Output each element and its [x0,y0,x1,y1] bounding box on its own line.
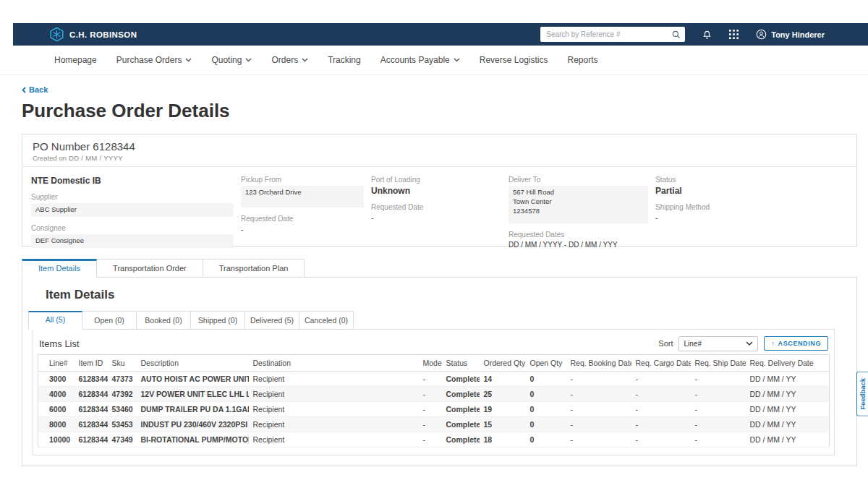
section-title: Item Details [46,288,856,302]
global-search [540,27,685,42]
pickup-from-label: Pickup From [241,176,364,184]
port-of-loading-label: Port of Loading [371,176,501,184]
search-input[interactable] [546,30,672,38]
port-of-loading-value: Unknown [371,186,501,196]
items-list-panel: Items List Sort Line# ↑ ASCENDING [33,329,835,455]
deliver-column: Deliver To 567 Hill Road Town Center 123… [509,176,655,249]
nav-item-tracking[interactable]: Tracking [328,55,361,65]
back-link[interactable]: Back [22,85,48,94]
nav-item-accounts-payable[interactable]: Accounts Payable [380,55,460,65]
nav-item-homepage[interactable]: Homepage [54,55,97,65]
table-header-row: Line# Item ID Sku Description Destinatio… [38,355,830,372]
filter-tab-shipped[interactable]: Shipped (0) [191,311,245,330]
deliver-to-value: 567 Hill Road Town Center 1234578 [509,186,648,223]
filter-tab-booked[interactable]: Booked (0) [137,311,191,330]
tab-transportation-plan[interactable]: Transportation Plan [203,259,305,278]
nav-item-quoting[interactable]: Quoting [211,55,252,65]
nav-item-orders[interactable]: Orders [271,55,308,65]
status-badge: Partial [655,186,849,196]
search-icon[interactable] [672,30,681,39]
shipping-method-value: - [655,213,849,222]
apps-grid-icon[interactable] [729,30,739,39]
requested-dates-value: DD / MM / YYYY - DD / MM / YYY [509,241,648,249]
consignee-value: DEF Consignee [31,234,234,248]
chevron-down-icon [245,58,252,62]
sort-direction-button[interactable]: ↑ ASCENDING [764,336,828,351]
chevron-down-icon [454,58,460,62]
user-avatar-icon [756,29,767,40]
sort-label: Sort [658,339,673,348]
chevron-down-icon [185,58,192,62]
chevron-left-icon [22,87,26,93]
pickup-column: Pickup From 123 Orchard Drive Requested … [241,176,371,249]
sort-select[interactable]: Line# [678,336,758,351]
port-column: Port of Loading Unknown Requested Date - [371,176,509,249]
chevron-down-icon [302,58,308,62]
supplier-label: Supplier [31,193,234,201]
table-row[interactable]: 8000 6128344 53453 INDUST PU 230/460V 23… [38,417,830,432]
chevron-down-icon [746,341,753,346]
filter-tab-canceled[interactable]: Canceled (0) [299,311,354,330]
supplier-column: NTE Domestic IB Supplier ABC Supplier Co… [31,176,241,249]
table-row[interactable]: 4000 6128344 47392 12V POWER UNIT ELEC L… [38,387,830,402]
details-section: Item Details Transportation Order Transp… [22,259,857,466]
arrow-up-icon: ↑ [771,340,775,347]
table-row[interactable]: 3000 6128344 47373 AUTO HOIST AC POWER U… [38,372,830,387]
requested-date-value: - [241,225,364,234]
deliver-to-label: Deliver To [509,176,648,184]
top-navbar: C.H. ROBINSON Tony Hinderer [13,23,868,46]
status-filter-tabs: All (5) Open (0) Booked (0) Shipped (0) … [28,311,856,330]
page-title: Purchase Order Details [22,100,230,122]
filter-tab-delivered[interactable]: Delivered (5) [245,311,299,330]
consignee-label: Consignee [31,224,234,232]
table-row[interactable]: 6000 6128344 53460 DUMP TRAILER PU DA 1.… [38,402,830,417]
requested-date-label: Requested Date [241,215,364,223]
table-row[interactable]: 10000 6128344 47349 BI-ROTATIONAL PUMP/M… [38,432,830,448]
brand[interactable]: C.H. ROBINSON [49,27,137,42]
status-column: Status Partial Shipping Method - [655,176,856,249]
tab-item-details[interactable]: Item Details [22,259,97,278]
user-name: Tony Hinderer [771,30,825,39]
brand-name: C.H. ROBINSON [69,30,137,39]
nav-item-reports[interactable]: Reports [568,55,598,65]
created-on: Created onDD / MM / YYYY [33,154,846,162]
main-navigation: Homepage Purchase Orders Quoting Orders … [0,46,868,75]
pickup-from-value: 123 Orchard Drive [241,186,364,207]
filter-tab-all[interactable]: All (5) [28,311,82,330]
filter-tab-open[interactable]: Open (0) [82,311,137,330]
order-type: NTE Domestic IB [31,176,234,186]
items-list-title: Items List [39,338,80,349]
po-number: PO Number 6128344 [33,140,846,153]
nav-item-reverse-logistics[interactable]: Reverse Logistics [480,55,548,65]
supplier-value: ABC Supplier [31,203,234,217]
requested-date2-value: - [371,213,501,222]
user-menu[interactable]: Tony Hinderer [756,29,825,40]
status-label: Status [655,176,849,184]
tab-transportation-order[interactable]: Transportation Order [97,259,203,278]
feedback-button[interactable]: Feedback [856,372,868,416]
items-table: Line# Item ID Sku Description Destinatio… [38,354,830,448]
main-tabs: Item Details Transportation Order Transp… [22,259,857,277]
item-details-panel: Item Details All (5) Open (0) Booked (0)… [22,277,857,466]
po-summary-card: PO Number 6128344 Created onDD / MM / YY… [22,134,857,247]
requested-dates-label: Requested Dates [509,231,648,239]
requested-date2-label: Requested Date [371,203,501,211]
shipping-method-label: Shipping Method [655,203,849,211]
nav-item-purchase-orders[interactable]: Purchase Orders [116,55,192,65]
notifications-bell-icon[interactable] [702,30,712,40]
chr-logo-icon [49,27,64,42]
